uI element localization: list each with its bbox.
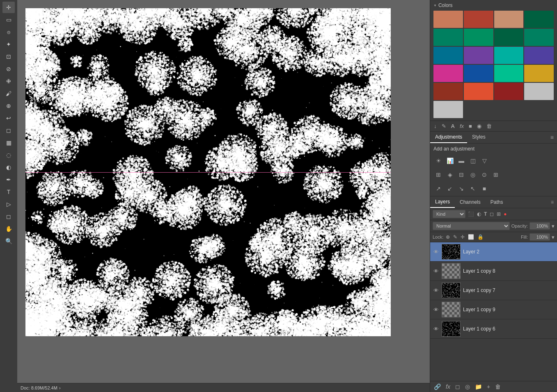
pen-tool[interactable]: ✒ [2, 174, 15, 185]
blur-tool[interactable]: ◌ [2, 149, 15, 161]
adj-curves-alt-icon[interactable]: ↗ [433, 184, 443, 194]
colors-triangle-icon[interactable]: ▼ [433, 4, 437, 7]
kind-type-icon[interactable]: T [483, 211, 488, 217]
gradient-tool[interactable]: ▦ [2, 137, 15, 148]
lock-artboard-icon[interactable]: ⬜ [467, 234, 475, 240]
kind-adjustment-icon[interactable]: ◐ [476, 211, 482, 217]
lasso-tool[interactable]: ⌾ [2, 26, 15, 38]
color-swatch-1[interactable] [464, 11, 493, 28]
adj-photo-filter-icon[interactable]: ◎ [468, 170, 478, 180]
color-swatch-2[interactable] [494, 11, 524, 28]
adj-grid-icon[interactable]: ⊞ [491, 170, 501, 180]
color-swatch-5[interactable] [464, 29, 493, 46]
color-swatch-14[interactable] [494, 65, 524, 82]
history-tool[interactable]: ↩ [2, 112, 15, 124]
color-swatch-8[interactable] [433, 47, 463, 64]
adj-channel-mix-icon[interactable]: ⊟ [456, 170, 466, 180]
adj-brightness-icon[interactable]: ☀ [433, 156, 443, 166]
eye-icon-layer-3[interactable]: 👁 [433, 307, 439, 313]
fill-input[interactable] [529, 233, 550, 241]
brush-tool[interactable]: 🖌 [2, 88, 15, 99]
opacity-dropdown-icon[interactable]: ▾ [552, 223, 555, 229]
new-adjustment-icon[interactable]: ◎ [464, 383, 471, 390]
layer-item-0[interactable]: 👁Layer 2 [430, 242, 557, 262]
delete-layer-icon[interactable]: 🗑 [494, 383, 502, 390]
color-swatch-0[interactable] [433, 11, 463, 28]
tab-styles[interactable]: Styles [467, 132, 491, 143]
eye-icon-layer-1[interactable]: 👁 [433, 268, 439, 274]
color-swatch-9[interactable] [464, 47, 493, 64]
adj-gradient-map-icon[interactable]: ▽ [479, 156, 489, 166]
lock-all-icon[interactable]: 🔒 [477, 234, 484, 240]
marquee-tool[interactable]: ▭ [2, 14, 15, 25]
color-swatch-15[interactable] [524, 65, 554, 82]
path-select-tool[interactable]: ▷ [2, 198, 15, 210]
lock-position-icon[interactable]: ⊕ [445, 234, 451, 240]
zoom-tool[interactable]: 🔍 [2, 235, 15, 247]
adj-posterize-icon[interactable]: ⊙ [479, 170, 489, 180]
color-swatch-7[interactable] [524, 29, 554, 46]
colors-trash-icon[interactable]: 🗑 [485, 123, 493, 130]
shape-tool[interactable]: ◻ [2, 211, 15, 222]
stamp-tool[interactable]: ⊕ [2, 100, 15, 112]
colors-pencil-icon[interactable]: ✎ [440, 123, 447, 130]
kind-shape-icon[interactable]: ◻ [489, 211, 495, 217]
color-swatch-16[interactable] [433, 83, 463, 100]
layers-menu-icon[interactable]: ≡ [548, 199, 557, 205]
adj-solid-icon[interactable]: ■ [479, 184, 489, 194]
color-swatch-12[interactable] [433, 65, 463, 82]
layer-item-4[interactable]: 👁Layer 1 copy 6 [430, 319, 557, 339]
layer-item-3[interactable]: 👁Layer 1 copy 9 [430, 300, 557, 319]
lock-move-icon[interactable]: ✛ [460, 234, 465, 240]
tab-paths[interactable]: Paths [486, 197, 508, 207]
eyedropper-tool[interactable]: ⊘ [2, 63, 15, 75]
adj-hue-sat-icon[interactable]: ◈ [445, 170, 455, 180]
colors-eye-icon[interactable]: ◉ [476, 123, 483, 130]
tab-layers[interactable]: Layers [430, 196, 455, 208]
color-swatch-6[interactable] [494, 29, 524, 46]
color-swatch-10[interactable] [494, 47, 524, 64]
adjustments-menu-icon[interactable]: ≡ [547, 134, 557, 141]
crop-tool[interactable]: ⊡ [2, 51, 15, 62]
color-swatch-20[interactable] [433, 101, 463, 118]
hand-tool[interactable]: ✋ [2, 223, 15, 235]
adj-levels-icon[interactable]: ▬ [456, 156, 466, 166]
color-swatch-13[interactable] [464, 65, 493, 82]
kind-smart-icon[interactable]: ⊞ [496, 211, 502, 217]
adj-invert-icon[interactable]: ↙ [445, 184, 455, 194]
magic-wand-tool[interactable]: ✦ [2, 39, 15, 50]
kind-select[interactable]: Kind [433, 210, 465, 218]
adj-curves-icon[interactable]: 📊 [445, 156, 455, 166]
color-swatch-17[interactable] [464, 83, 493, 100]
eraser-tool[interactable]: ◻ [2, 125, 15, 136]
layer-item-1[interactable]: 👁Layer 1 copy 8 [430, 262, 557, 281]
status-arrow[interactable]: › [59, 385, 61, 390]
color-swatch-18[interactable] [494, 83, 524, 100]
opacity-input[interactable] [529, 222, 550, 230]
color-swatch-4[interactable] [433, 29, 463, 46]
type-tool[interactable]: T [2, 186, 15, 198]
eye-icon-layer-2[interactable]: 👁 [433, 287, 439, 294]
tab-channels[interactable]: Channels [455, 197, 486, 207]
link-layers-icon[interactable]: 🔗 [433, 383, 442, 390]
adj-solid-color-icon[interactable]: ↘ [456, 184, 466, 194]
eye-icon-layer-0[interactable]: 👁 [433, 249, 439, 255]
eye-icon-layer-4[interactable]: 👁 [433, 326, 439, 332]
kind-pixel-icon[interactable]: ⬛ [467, 211, 475, 217]
adj-color-balance-icon[interactable]: ⊞ [433, 170, 443, 180]
healing-tool[interactable]: ✙ [2, 75, 15, 87]
layer-fx-icon[interactable]: fx [445, 383, 452, 390]
new-group-icon[interactable]: 📁 [474, 383, 483, 390]
colors-arrow-icon[interactable]: ↓ [433, 123, 438, 130]
color-swatch-3[interactable] [524, 11, 554, 28]
dodge-tool[interactable]: ◐ [2, 162, 15, 173]
colors-fx-icon[interactable]: fx [458, 123, 465, 130]
tab-adjustments[interactable]: Adjustments [430, 132, 467, 143]
new-layer-icon[interactable]: + [486, 383, 491, 390]
layer-mask-icon[interactable]: ◻ [454, 383, 461, 390]
colors-a-icon[interactable]: A [450, 123, 456, 130]
adj-channel-icon[interactable]: ↖ [468, 184, 478, 194]
move-tool[interactable]: ✛ [2, 2, 15, 13]
blend-mode-select[interactable]: Normal Multiply Screen Overlay [433, 222, 510, 230]
fill-dropdown-icon[interactable]: ▾ [552, 234, 555, 240]
